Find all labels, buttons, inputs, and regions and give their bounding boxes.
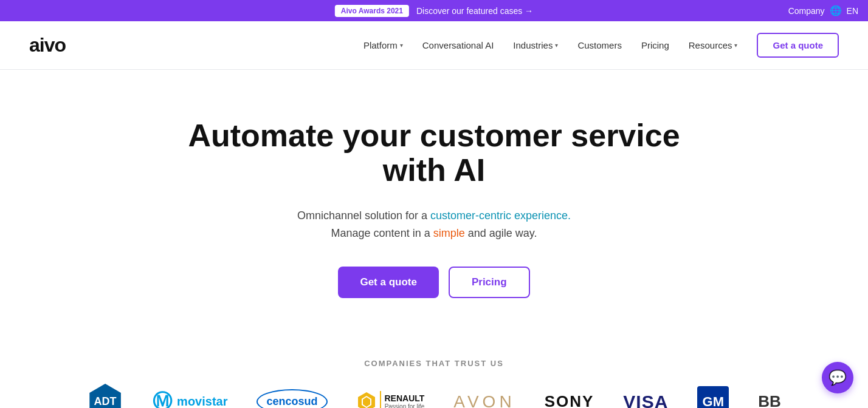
hero-heading: Automate your customer service with AI — [160, 118, 708, 188]
hero-pricing-button[interactable]: Pricing — [449, 267, 530, 298]
hero-get-quote-button[interactable]: Get a quote — [338, 267, 439, 298]
subtitle-line1: Omnichannel solution for a customer-cent… — [297, 209, 571, 222]
chevron-down-icon: ▾ — [734, 42, 737, 49]
main-nav: Platform ▾ Conversational AI Industries … — [363, 33, 839, 58]
companies-label: COMPANIES THAT TRUST US — [29, 359, 839, 368]
logo-visa: VISA — [623, 387, 668, 408]
logo-cencosud: cencosud — [257, 387, 327, 408]
banner-link[interactable]: Discover our featured cases → — [416, 6, 533, 16]
nav-industries[interactable]: Industries ▾ — [513, 40, 558, 50]
banner-right[interactable]: Company 🌐 EN — [788, 5, 858, 16]
nav-conversational-ai[interactable]: Conversational AI — [422, 40, 494, 50]
movistar-text: movistar — [177, 395, 227, 408]
company-text: Company — [788, 6, 825, 16]
nav-resources[interactable]: Resources ▾ — [689, 40, 738, 50]
hero-subtitle: Omnichannel solution for a customer-cent… — [29, 207, 839, 242]
movistar-icon: Ⓜ — [153, 389, 172, 408]
globe-icon: 🌐 — [830, 5, 842, 16]
companies-section: COMPANIES THAT TRUST US ADT Ⓜ movistar c… — [0, 335, 868, 408]
award-badge: Aivo Awards 2021 — [335, 5, 409, 17]
nav-customers[interactable]: Customers — [577, 40, 622, 50]
chat-icon: 💬 — [828, 369, 847, 386]
nav-platform[interactable]: Platform ▾ — [363, 40, 403, 50]
header: aivo Platform ▾ Conversational AI Indust… — [0, 21, 868, 70]
logo-gm: GM — [697, 387, 729, 408]
adt-logo: ADT — [87, 384, 123, 408]
renault-text: RENAULT Passion for life — [385, 393, 425, 408]
subtitle-line2: Manage content in a simple and agile way… — [331, 227, 537, 239]
header-get-quote-button[interactable]: Get a quote — [757, 33, 839, 58]
logo-sony: SONY — [545, 387, 594, 408]
top-banner: Aivo Awards 2021 Discover our featured c… — [0, 0, 868, 21]
hero-section: Automate your customer service with AI O… — [0, 70, 868, 335]
lang-text[interactable]: EN — [847, 6, 858, 16]
banner-center[interactable]: Aivo Awards 2021 Discover our featured c… — [335, 5, 533, 17]
logo-avon: AVON — [453, 387, 515, 408]
logo[interactable]: aivo — [29, 34, 66, 56]
visa-text: VISA — [623, 392, 668, 408]
companies-logos: ADT Ⓜ movistar cencosud RENAULT Passio — [29, 387, 839, 408]
hero-buttons: Get a quote Pricing — [29, 267, 839, 298]
gm-text: GM — [697, 386, 729, 408]
logo-renault: RENAULT Passion for life — [357, 387, 425, 408]
renault-bar — [380, 391, 381, 408]
logo-bb: BB — [758, 387, 781, 408]
sony-text: SONY — [545, 392, 594, 408]
renault-diamond-icon — [357, 391, 376, 408]
logo-adt: ADT — [87, 387, 123, 408]
chevron-down-icon: ▾ — [555, 42, 558, 49]
nav-pricing[interactable]: Pricing — [641, 40, 669, 50]
bb-text: BB — [758, 392, 781, 408]
chevron-down-icon: ▾ — [400, 42, 403, 49]
avon-text: AVON — [453, 392, 515, 408]
chat-widget-button[interactable]: 💬 — [822, 362, 853, 393]
logo-movistar: Ⓜ movistar — [153, 387, 227, 408]
cencosud-text: cencosud — [257, 389, 327, 408]
